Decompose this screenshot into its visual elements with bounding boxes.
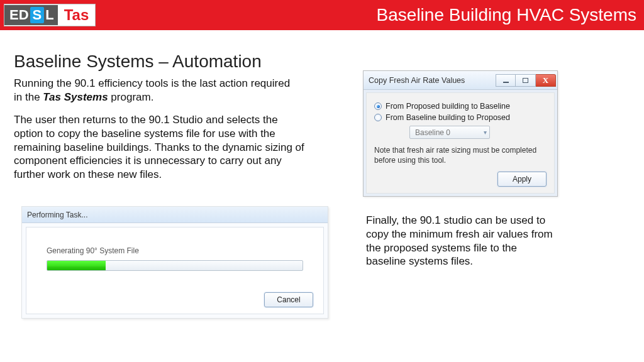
paragraph-3: Finally, the 90.1 studio can be used to …	[366, 214, 555, 268]
dialog1-message: Generating 90° System File	[47, 246, 313, 255]
top-bar: EDSL Tas Baseline Building HVAC Systems	[0, 0, 644, 30]
progress-bar	[47, 260, 303, 271]
close-button[interactable]: X	[536, 74, 556, 87]
para1-bold: Tas Systems	[43, 91, 108, 103]
dialog2-titlebar[interactable]: Copy Fresh Air Rate Values X	[364, 71, 557, 90]
cancel-button[interactable]: Cancel	[264, 292, 313, 307]
minimize-button[interactable]	[496, 74, 516, 87]
performing-task-dialog: Performing Task... Generating 90° System…	[21, 206, 328, 319]
radio-icon	[374, 102, 382, 110]
dialog1-title-text: Performing Task...	[27, 211, 87, 219]
close-icon: X	[543, 76, 548, 84]
logo-text-ed: ED	[9, 7, 29, 23]
slide-title: Baseline Building HVAC Systems	[377, 5, 636, 25]
chevron-down-icon: ▾	[484, 129, 487, 136]
dialog1-titlebar[interactable]: Performing Task...	[22, 207, 328, 223]
copy-fresh-air-dialog: Copy Fresh Air Rate Values X From Propos…	[363, 70, 558, 197]
dialog2-title-text: Copy Fresh Air Rate Values	[369, 76, 496, 85]
logo-text-s: S	[30, 7, 45, 23]
maximize-icon	[523, 78, 528, 83]
baseline-select[interactable]: Baseline 0 ▾	[409, 126, 490, 139]
radio-label-1: From Proposed building to Baseline	[386, 102, 510, 111]
logo-text-l: L	[45, 7, 53, 23]
dialog2-body: From Proposed building to Baseline From …	[366, 92, 555, 194]
brand-logo: EDSL Tas	[4, 4, 96, 26]
heading: Baseline Systems – Automation	[14, 52, 262, 72]
paragraph-2: The user then returns to the 90.1 Studio…	[14, 113, 309, 182]
slide-body: Baseline Systems – Automation Running th…	[0, 30, 644, 362]
maximize-button[interactable]	[516, 74, 536, 87]
minimize-icon	[503, 82, 509, 83]
logo-text-tas: Tas	[58, 6, 96, 24]
radio-option-proposed-to-baseline[interactable]: From Proposed building to Baseline	[374, 102, 547, 111]
progress-bar-fill	[47, 261, 106, 270]
radio-icon	[374, 114, 382, 121]
paragraph-1: Running the 90.1 efficiency tools is the…	[14, 77, 294, 104]
radio-option-baseline-to-proposed[interactable]: From Baseline building to Proposed	[374, 113, 547, 122]
radio-selected-icon	[377, 105, 380, 108]
apply-button[interactable]: Apply	[497, 172, 547, 187]
select-value: Baseline 0	[415, 128, 450, 137]
radio-label-2: From Baseline building to Proposed	[386, 113, 510, 122]
para1-text-b: program.	[108, 91, 154, 103]
window-controls: X	[496, 74, 557, 87]
dialog1-body: Generating 90° System File Cancel	[26, 227, 324, 314]
dialog2-note: Note that fresh air rate sizing must be …	[374, 145, 547, 165]
